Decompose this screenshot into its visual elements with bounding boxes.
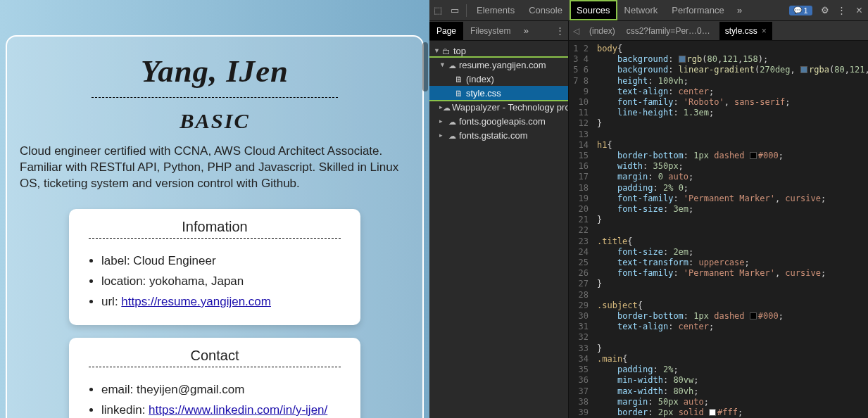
issues-badge[interactable]: 1 (789, 6, 812, 15)
rendered-page: Yang, IJen basic Cloud engineer certifie… (0, 0, 429, 418)
tab-network[interactable]: Network (617, 0, 665, 20)
code-editor[interactable]: 1 2 3 4 5 6 7 8 9 10 11 12 13 14 15 16 1… (569, 41, 868, 418)
nav-tab-page[interactable]: Page (429, 22, 463, 40)
linkedin-link[interactable]: https://www.linkedin.com/in/y-ijen/ (149, 403, 327, 417)
nav-tab-filesystem[interactable]: Filesystem (463, 22, 517, 40)
device-icon[interactable]: ▭ (448, 5, 461, 15)
tree-item[interactable]: ▸Wappalyzer - Technology pro (429, 100, 568, 114)
tree-file-index[interactable]: (index) (429, 72, 568, 86)
info-heading: Infomation (89, 219, 341, 239)
navigator-panel: Page Filesystem » ⋮ ▼top ▼resume.yangije… (429, 21, 569, 418)
devtools: ⬚ ▭ Elements Console Sources Network Per… (429, 0, 868, 418)
tree-root[interactable]: ▼top (429, 44, 568, 58)
tree-item[interactable]: ▸fonts.gstatic.com (429, 128, 568, 142)
editor-tab[interactable]: css2?family=Per…0&display=swap (621, 22, 719, 40)
section-title: basic (20, 109, 410, 134)
kebab-icon[interactable]: ⋮ (836, 5, 848, 15)
nav-kebab-icon[interactable]: ⋮ (553, 25, 566, 36)
tree-file-stylecss[interactable]: style.css (429, 86, 568, 100)
line-gutter: 1 2 3 4 5 6 7 8 9 10 11 12 13 14 15 16 1… (569, 41, 593, 418)
tree-domain[interactable]: ▼resume.yangijen.com (429, 58, 568, 72)
contact-card: Contact email: theyijen@gmail.com linked… (69, 338, 360, 418)
info-card: Infomation label: Cloud Engineer locatio… (69, 209, 360, 325)
more-nav-icon[interactable]: » (520, 25, 532, 36)
tab-console[interactable]: Console (522, 0, 570, 20)
more-tabs-icon[interactable]: » (734, 5, 746, 15)
tab-elements[interactable]: Elements (470, 0, 522, 20)
tree-item[interactable]: ▸fonts.googleapis.com (429, 114, 568, 128)
editor-panel: ◁ (index) css2?family=Per…0&display=swap… (569, 21, 868, 418)
inspect-icon[interactable]: ⬚ (432, 5, 444, 15)
list-item: location: yokohama, Japan (101, 272, 341, 292)
tab-sources[interactable]: Sources (570, 0, 617, 20)
editor-tab[interactable]: (index) (584, 22, 621, 40)
summary-text: Cloud engineer certified with CCNA, AWS … (20, 144, 410, 192)
contact-heading: Contact (89, 348, 341, 367)
gear-icon[interactable]: ⚙ (819, 5, 831, 15)
nav-back-icon[interactable]: ◁ (569, 26, 584, 36)
tab-performance[interactable]: Performance (665, 0, 731, 20)
list-item: url: https://resume.yangijen.com (101, 292, 341, 312)
resume-card: Yang, IJen basic Cloud engineer certifie… (6, 35, 424, 418)
editor-tab-active[interactable]: style.css× (719, 22, 772, 40)
list-item: label: Cloud Engineer (101, 251, 341, 272)
close-tab-icon[interactable]: × (762, 26, 767, 36)
resume-url-link[interactable]: https://resume.yangijen.com (121, 295, 271, 308)
close-icon[interactable]: × (850, 4, 868, 17)
devtools-toolbar: ⬚ ▭ Elements Console Sources Network Per… (429, 0, 868, 21)
list-item: linkedin: https://www.linkedin.com/in/y-… (101, 400, 341, 418)
page-scrollbar[interactable] (422, 42, 428, 91)
code-content[interactable]: body{ background: rgb(80,121,158); backg… (593, 41, 868, 418)
resume-name: Yang, IJen (92, 45, 338, 98)
editor-tabstrip: ◁ (index) css2?family=Per…0&display=swap… (569, 21, 868, 41)
list-item: email: theyijen@gmail.com (101, 380, 341, 400)
file-tree: ▼top ▼resume.yangijen.com (index) style.… (429, 41, 568, 418)
